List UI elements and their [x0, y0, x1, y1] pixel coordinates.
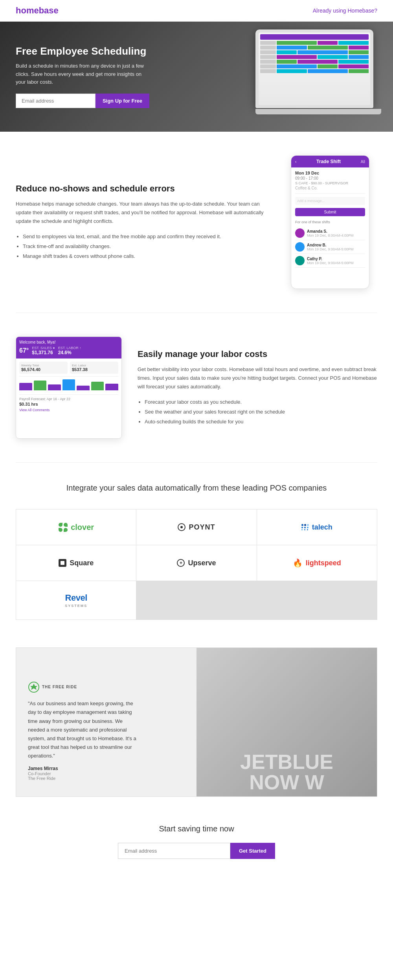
revel-name: Revel	[65, 593, 87, 603]
dash-stat-labor: Est. Labor $537.38	[70, 362, 118, 374]
testimonial-quote: "As our business and team keeps growing,…	[28, 699, 138, 760]
upserve-logo: + Upserve	[177, 559, 216, 567]
noshows-desc: Homebase helps manage schedule changes. …	[16, 200, 267, 226]
phone-submit-btn[interactable]: Submit	[295, 208, 365, 216]
dash-labor-label: EST. LABOR ↑	[58, 346, 81, 350]
phone-message-input[interactable]: Add a message...	[295, 197, 365, 205]
phone-person-name-3: Cathy P.	[307, 257, 354, 261]
testimonial-section: JETBLUENOW W THE FREE RIDE "As our busin…	[16, 647, 377, 797]
dash-total-sales: $1,371.76	[32, 350, 55, 355]
talech-name: talech	[312, 523, 332, 531]
square-icon	[59, 559, 66, 567]
noshows-visual: ‹ Trade Shift All Mon 19 Dec 09:00 - 17:…	[283, 155, 377, 289]
dash-stat-row: Weekly Total $6,574.40 Est. Labor $537.3…	[19, 362, 118, 374]
lightspeed-name: lightspeed	[306, 559, 341, 567]
dash-body: Weekly Total $6,574.40 Est. Labor $537.3…	[16, 359, 121, 415]
labor-bullet-2: See the weather and your sales forecast …	[145, 407, 377, 417]
hero-email-input[interactable]	[16, 94, 95, 108]
laptop-base	[255, 109, 381, 114]
dash-total-sales-label: EST. SALES ●	[32, 346, 55, 350]
poynt-logo: POYNT	[178, 523, 215, 531]
pos-talech: talech	[257, 509, 377, 545]
phone-date: Mon 19 Dec	[295, 171, 365, 175]
poynt-icon	[178, 523, 185, 531]
laptop-body	[255, 29, 373, 108]
hero-section: Free Employee Scheduling Build a schedul…	[0, 22, 393, 132]
pos-title: Integrate your sales data automatically …	[16, 482, 377, 493]
hero-subtitle: Build a schedule in minutes from any dev…	[16, 62, 149, 86]
logo: homebase	[16, 6, 59, 16]
phone-person-name-2: Andrew B.	[307, 243, 354, 247]
pos-poynt: POYNT	[136, 509, 256, 545]
noshows-bullet-3: Manage shift trades & covers without pho…	[23, 252, 267, 261]
hero-cta-button[interactable]: Sign Up for Free	[95, 94, 149, 108]
clover-logo: clover	[58, 522, 94, 532]
bottom-cta-title: Start saving time now	[16, 824, 377, 833]
revel-logo: Revel SYSTEMS	[65, 593, 87, 608]
phone-person-time-3: Mon 19 Dec, 9:00AM-5:00PM	[307, 261, 354, 265]
noshows-text: Reduce no-shows and schedule errors Home…	[16, 183, 267, 261]
dash-labor-est-value: $537.38	[72, 367, 116, 372]
free-ride-logo-icon	[28, 681, 40, 693]
labor-desc: Get better visibility into your labor co…	[138, 365, 377, 391]
clover-name: clover	[71, 523, 94, 532]
bottom-cta-button[interactable]: Get Started	[230, 843, 275, 859]
revel-sub: SYSTEMS	[65, 604, 87, 608]
dash-bar-7	[105, 384, 118, 390]
bottom-cta-section: Start saving time now Get Started	[0, 805, 393, 879]
dash-labor-pct: 24.6%	[58, 350, 81, 355]
dash-bar-5	[77, 386, 90, 390]
dash-payroll-value: $0.31 hrs	[19, 402, 118, 406]
dash-labor-est-label: Est. Labor	[72, 364, 116, 367]
phone-avatar-1	[295, 228, 305, 238]
dash-bar-3	[48, 384, 61, 391]
jetblue-watermark: JETBLUENOW W	[236, 748, 337, 796]
dash-top: Welcome back, Mya! 67° EST. SALES ● $1,3…	[16, 337, 121, 359]
noshows-title: Reduce no-shows and schedule errors	[16, 183, 267, 195]
testimonial-company: The Free Ride	[28, 776, 138, 781]
testimonial-logo: THE FREE RIDE	[28, 681, 138, 693]
phone-avatar-2	[295, 242, 305, 252]
header: homebase Already using Homebase?	[0, 0, 393, 22]
bottom-email-input[interactable]	[118, 843, 230, 859]
labor-bullets: Forecast your labor costs as you schedul…	[138, 397, 377, 427]
phone-person-2: Andrew B. Mon 19 Dec, 9:00AM-5:00PM	[295, 240, 365, 254]
labor-visual: Welcome back, Mya! 67° EST. SALES ● $1,3…	[16, 336, 122, 439]
dash-bar-4	[62, 379, 75, 390]
phone-location: Coffee & Co.	[295, 186, 365, 194]
phone-person-1: Amanda S. Mon 19 Dec, 8:00AM-4:00PM	[295, 226, 365, 240]
square-logo: Square	[59, 559, 94, 567]
dash-bar-1	[19, 383, 32, 390]
dash-weekly-label: Weekly Total	[21, 364, 66, 367]
phone-trade-title: Trade Shift	[316, 159, 341, 164]
pos-grid: clover POYNT	[16, 509, 377, 620]
phone-all-label: All	[361, 160, 365, 164]
phone-mockup: ‹ Trade Shift All Mon 19 Dec 09:00 - 17:…	[291, 155, 369, 289]
pos-revel: Revel SYSTEMS	[16, 581, 136, 620]
clover-icon	[58, 522, 68, 532]
dash-welcome: Welcome back, Mya!	[19, 340, 118, 344]
poynt-name: POYNT	[189, 523, 215, 531]
hero-title: Free Employee Scheduling	[16, 45, 149, 57]
noshows-bullets: Send to employees via text, email, and t…	[16, 232, 267, 261]
lightspeed-logo: 🔥 lightspeed	[293, 558, 341, 568]
dashboard-mockup: Welcome back, Mya! 67° EST. SALES ● $1,3…	[16, 336, 122, 439]
dash-bar-6	[91, 382, 104, 390]
dash-view-all[interactable]: View All Comments	[19, 408, 118, 412]
laptop-screen	[259, 33, 370, 105]
already-using-link[interactable]: Already using Homebase?	[313, 7, 377, 14]
hero-laptop-illustration	[255, 29, 381, 124]
phone-person-time-2: Mon 19 Dec, 9:00AM-5:00PM	[307, 247, 354, 251]
pos-clover: clover	[16, 509, 136, 545]
square-name: Square	[70, 559, 94, 567]
phone-body: Mon 19 Dec 09:00 - 17:00 S CAFE - $90.00…	[291, 167, 369, 271]
phone-person-time-1: Mon 19 Dec, 8:00AM-4:00PM	[307, 234, 354, 237]
phone-person-name-1: Amanda S.	[307, 229, 354, 234]
pos-upserve: + Upserve	[136, 545, 256, 581]
testimonial-author: James Mirras	[28, 766, 138, 771]
phone-back-btn[interactable]: ‹	[295, 160, 296, 164]
labor-text: Easily manage your labor costs Get bette…	[138, 349, 377, 427]
dash-weather: 67°	[19, 347, 29, 354]
dash-payroll-label: Payroll Forecast: Apr 16 - Apr 22	[19, 394, 118, 401]
talech-icon	[301, 524, 309, 530]
